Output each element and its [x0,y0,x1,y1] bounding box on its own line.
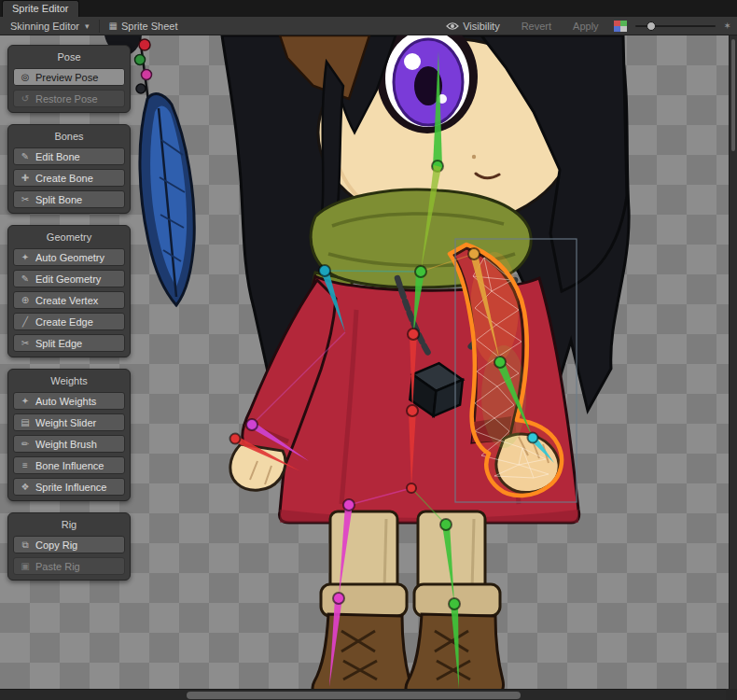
split-edge-icon: ✂ [20,338,31,348]
canvas[interactable]: Pose ◎ Preview Pose ↺ Restore Pose Bones… [0,35,737,689]
create-bone-icon: ✚ [20,173,31,183]
group-title: Pose [13,51,125,63]
auto-weights-button[interactable]: ✦ Auto Weights [13,392,125,410]
group-rig: Rig ⧉ Copy Rig ▣ Paste Rig [7,512,131,581]
revert-button[interactable]: Revert [515,17,558,35]
edit-geometry-button[interactable]: ✎ Edit Geometry [13,270,125,287]
create-vertex-button[interactable]: ⊕ Create Vertex [13,291,125,309]
window-tab-bar: Sprite Editor [0,0,737,17]
scrollbar-corner [726,689,737,700]
paste-rig-button[interactable]: ▣ Paste Rig [13,557,125,575]
group-weights: Weights ✦ Auto Weights ▤ Weight Slider ✏… [7,369,131,501]
skinning-tool-panel: Pose ◎ Preview Pose ↺ Restore Pose Bones… [7,45,131,592]
bead-red [139,39,150,50]
group-bones: Bones ✎ Edit Bone ✚ Create Bone ✂ Split … [7,124,131,214]
weight-brush-button[interactable]: ✏ Weight Brush [13,435,125,453]
edit-bone-button[interactable]: ✎ Edit Bone [13,147,125,165]
toolbar-separator [99,20,100,33]
vertical-scrollbar-thumb[interactable] [731,39,735,151]
tab-title: Sprite Editor [12,3,69,14]
rgb-alpha-icon[interactable] [614,21,627,32]
bead-green [135,55,146,65]
toolbar-right: Visibility Revert Apply ✶ [439,17,733,35]
sprite-editor-window: Sprite Editor Skinning Editor ▾ ▦ Sprite… [0,0,737,700]
sprite-sheet-button[interactable]: ▦ Sprite Sheet [103,17,185,35]
auto-geometry-button[interactable]: ✦ Auto Geometry [13,248,125,266]
chevron-down-icon: ▾ [85,21,90,31]
preview-pose-button[interactable]: ◎ Preview Pose [13,68,125,86]
auto-geometry-icon: ✦ [20,252,31,262]
split-edge-button[interactable]: ✂ Split Edge [13,334,125,352]
visibility-toggle[interactable]: Visibility [439,17,507,35]
bead-dark [136,84,146,93]
paste-rig-icon: ▣ [20,561,31,571]
group-geometry: Geometry ✦ Auto Geometry ✎ Edit Geometry… [7,225,131,357]
restore-pose-icon: ↺ [20,93,31,104]
gizmo-icon[interactable]: ✶ [724,21,731,31]
weight-slider-icon: ▤ [20,417,31,427]
sprite-sheet-icon: ▦ [109,21,118,31]
create-bone-button[interactable]: ✚ Create Bone [13,169,125,187]
eye-icon [446,21,459,31]
create-edge-button[interactable]: ╱ Create Edge [13,313,125,330]
group-title: Geometry [13,231,125,243]
vertical-scrollbar[interactable] [729,35,737,689]
create-edge-icon: ╱ [20,316,31,327]
restore-pose-button[interactable]: ↺ Restore Pose [13,90,125,107]
bone-influence-icon: ≡ [20,460,31,470]
split-bone-button[interactable]: ✂ Split Bone [13,190,125,208]
bead-pink [142,70,152,80]
group-title: Weights [13,375,125,386]
tab-sprite-editor[interactable]: Sprite Editor [2,0,79,17]
skinning-editor-dropdown[interactable]: Skinning Editor ▾ [4,17,96,35]
horizontal-scrollbar[interactable] [0,689,726,700]
split-bone-icon: ✂ [20,194,31,204]
toolbar: Skinning Editor ▾ ▦ Sprite Sheet Visibil… [0,17,737,35]
sprite-influence-icon: ❖ [20,482,31,492]
group-title: Bones [13,131,125,142]
horizontal-scrollbar-thumb[interactable] [187,692,521,699]
visibility-label: Visibility [463,21,500,32]
create-vertex-icon: ⊕ [20,295,31,305]
apply-button[interactable]: Apply [566,17,605,35]
sprite-sheet-label: Sprite Sheet [121,21,178,32]
edit-bone-icon: ✎ [20,151,31,161]
bone-influence-button[interactable]: ≡ Bone Influence [13,456,125,474]
edit-geometry-icon: ✎ [20,273,31,284]
skinning-editor-label: Skinning Editor [10,21,79,32]
auto-weights-icon: ✦ [20,396,31,406]
character-sprite [222,35,629,689]
weight-brush-icon: ✏ [20,439,31,449]
weight-slider-button[interactable]: ▤ Weight Slider [13,413,125,431]
left-boot [313,614,410,689]
copy-rig-button[interactable]: ⧉ Copy Rig [13,536,125,553]
copy-rig-icon: ⧉ [20,539,31,551]
zoom-slider[interactable] [635,19,716,34]
preview-pose-icon: ◎ [20,72,31,82]
zoom-slider-knob[interactable] [647,21,656,31]
toolbar-left: Skinning Editor ▾ ▦ Sprite Sheet [4,17,185,35]
group-pose: Pose ◎ Preview Pose ↺ Restore Pose [7,45,131,113]
sprite-influence-button[interactable]: ❖ Sprite Influence [13,478,125,496]
group-title: Rig [13,519,125,530]
